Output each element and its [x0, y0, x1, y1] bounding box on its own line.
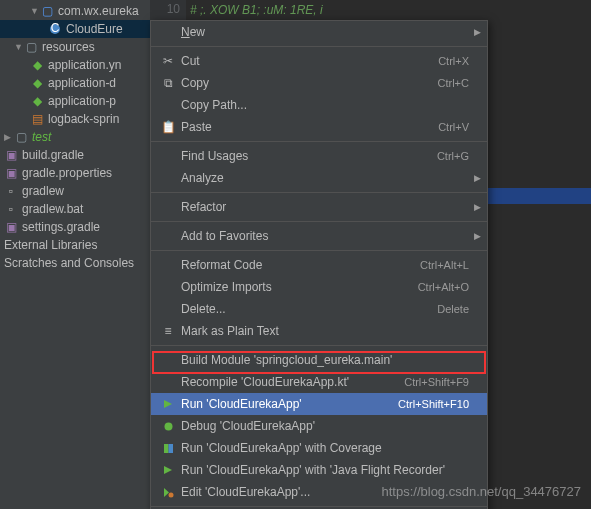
tree-yml[interactable]: ◆application-p	[0, 92, 150, 110]
menu-paste[interactable]: 📋PasteCtrl+V	[151, 116, 487, 138]
menu-find-usages[interactable]: Find UsagesCtrl+G	[151, 145, 487, 167]
menu-analyze[interactable]: Analyze▶	[151, 167, 487, 189]
tree-test[interactable]: ▶▢test	[0, 128, 150, 146]
menu-add-favorites[interactable]: Add to Favorites▶	[151, 225, 487, 247]
tree-class-selected[interactable]: CCloudEure	[0, 20, 150, 38]
menu-run-jfr[interactable]: Run 'CloudEurekaApp' with 'Java Flight R…	[151, 459, 487, 481]
tree-label: Scratches and Consoles	[4, 256, 134, 270]
file-icon: ▫	[4, 184, 18, 198]
tree-file[interactable]: ▫gradlew	[0, 182, 150, 200]
svg-marker-2	[164, 400, 172, 408]
context-menu: New▶ ✂CutCtrl+X ⧉CopyCtrl+C Copy Path...…	[150, 20, 488, 509]
tree-external-libs[interactable]: External Libraries	[0, 236, 150, 254]
tree-label: build.gradle	[22, 148, 84, 162]
tree-gradle[interactable]: ▣gradle.properties	[0, 164, 150, 182]
yaml-icon: ◆	[30, 58, 44, 72]
debug-icon	[159, 421, 177, 432]
tree-label: settings.gradle	[22, 220, 100, 234]
coverage-icon	[159, 443, 177, 454]
menu-refactor[interactable]: Refactor▶	[151, 196, 487, 218]
menu-optimize[interactable]: Optimize ImportsCtrl+Alt+O	[151, 276, 487, 298]
tree-label: logback-sprin	[48, 112, 119, 126]
tree-resources[interactable]: ▼▢resources	[0, 38, 150, 56]
yaml-icon: ◆	[30, 94, 44, 108]
tree-label: gradlew.bat	[22, 202, 83, 216]
submenu-arrow-icon: ▶	[474, 173, 481, 183]
menu-debug[interactable]: Debug 'CloudEurekaApp'	[151, 415, 487, 437]
svg-point-3	[164, 422, 172, 430]
tree-label: resources	[42, 40, 95, 54]
text-icon: ≡	[159, 324, 177, 338]
tree-label: application-d	[48, 76, 116, 90]
menu-build-module[interactable]: Build Module 'springcloud_eureka.main'	[151, 349, 487, 371]
menu-new[interactable]: New▶	[151, 21, 487, 43]
svg-point-6	[168, 492, 173, 497]
gradle-icon: ▣	[4, 220, 18, 234]
xml-icon: ▤	[30, 112, 44, 126]
tree-gradle[interactable]: ▣settings.gradle	[0, 218, 150, 236]
tree-label: com.wx.eureka	[58, 4, 139, 18]
project-tree: ▼▢com.wx.eureka CCloudEure ▼▢resources ◆…	[0, 0, 150, 509]
tree-label: gradle.properties	[22, 166, 112, 180]
svg-marker-5	[164, 488, 169, 497]
run-icon	[159, 399, 177, 409]
cut-icon: ✂	[159, 54, 177, 68]
menu-copy[interactable]: ⧉CopyCtrl+C	[151, 72, 487, 94]
tree-xml[interactable]: ▤logback-sprin	[0, 110, 150, 128]
kotlin-class-icon: C	[48, 22, 62, 36]
tree-gradle[interactable]: ▣build.gradle	[0, 146, 150, 164]
menu-run[interactable]: Run 'CloudEurekaApp'Ctrl+Shift+F10	[151, 393, 487, 415]
menu-separator	[151, 192, 487, 193]
submenu-arrow-icon: ▶	[474, 202, 481, 212]
gradle-icon: ▣	[4, 148, 18, 162]
tree-label: gradlew	[22, 184, 64, 198]
menu-delete[interactable]: Delete...Delete	[151, 298, 487, 320]
tree-file[interactable]: ▫gradlew.bat	[0, 200, 150, 218]
menu-mark-plain[interactable]: ≡Mark as Plain Text	[151, 320, 487, 342]
file-icon: ▫	[4, 202, 18, 216]
menu-recompile[interactable]: Recompile 'CloudEurekaApp.kt'Ctrl+Shift+…	[151, 371, 487, 393]
menu-separator	[151, 221, 487, 222]
yaml-icon: ◆	[30, 76, 44, 90]
edit-config-icon	[159, 487, 177, 498]
menu-separator	[151, 250, 487, 251]
submenu-arrow-icon: ▶	[474, 27, 481, 37]
tree-yml[interactable]: ◆application.yn	[0, 56, 150, 74]
run-icon	[159, 465, 177, 475]
menu-reformat[interactable]: Reformat CodeCtrl+Alt+L	[151, 254, 487, 276]
menu-separator	[151, 506, 487, 507]
copy-icon: ⧉	[159, 76, 177, 90]
menu-copy-path[interactable]: Copy Path...	[151, 94, 487, 116]
tree-label: CloudEure	[66, 22, 123, 36]
tree-label: External Libraries	[4, 238, 97, 252]
menu-separator	[151, 46, 487, 47]
tree-scratches[interactable]: Scratches and Consoles	[0, 254, 150, 272]
menu-separator	[151, 141, 487, 142]
tree-package[interactable]: ▼▢com.wx.eureka	[0, 2, 150, 20]
submenu-arrow-icon: ▶	[474, 231, 481, 241]
tree-label: test	[32, 130, 51, 144]
tree-label: application.yn	[48, 58, 121, 72]
gradle-icon: ▣	[4, 166, 18, 180]
svg-marker-4	[164, 466, 172, 474]
tree-label: application-p	[48, 94, 116, 108]
menu-run-coverage[interactable]: Run 'CloudEurekaApp' with Coverage	[151, 437, 487, 459]
menu-cut[interactable]: ✂CutCtrl+X	[151, 50, 487, 72]
paste-icon: 📋	[159, 120, 177, 134]
svg-text:C: C	[51, 23, 60, 35]
tree-yml[interactable]: ◆application-d	[0, 74, 150, 92]
watermark: https://blog.csdn.net/qq_34476727	[382, 484, 582, 499]
menu-separator	[151, 345, 487, 346]
